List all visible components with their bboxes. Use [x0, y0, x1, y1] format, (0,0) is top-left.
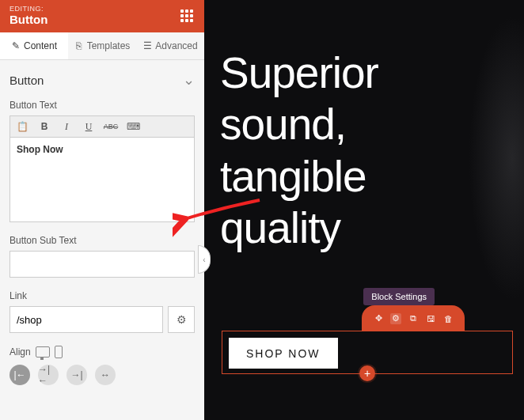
- link-label: Link: [9, 290, 195, 301]
- settings-tabs: ✎ Content ⎘ Templates ☰ Advanced: [0, 32, 204, 60]
- hero-line-4: quality: [220, 202, 378, 254]
- save-template-icon[interactable]: 🖫: [425, 313, 436, 324]
- link-input[interactable]: [9, 306, 163, 333]
- tab-advanced[interactable]: ☰ Advanced: [136, 32, 204, 59]
- paste-icon[interactable]: 📋: [15, 119, 29, 134]
- keyboard-icon[interactable]: ⌨: [126, 119, 140, 134]
- sliders-icon: ☰: [142, 41, 152, 51]
- move-icon[interactable]: ✥: [373, 313, 384, 324]
- duplicate-icon[interactable]: ⧉: [408, 313, 419, 324]
- tab-content[interactable]: ✎ Content: [0, 32, 68, 59]
- align-left-button[interactable]: |←: [9, 365, 30, 385]
- product-image: [469, 16, 524, 301]
- link-settings-button[interactable]: ⚙: [168, 306, 195, 333]
- button-text-input[interactable]: Shop Now: [9, 137, 195, 222]
- button-subtext-input[interactable]: [9, 251, 195, 278]
- richtext-toolbar: 📋 B I U ABC ⌨: [9, 115, 195, 137]
- section-button[interactable]: Button ⌄: [9, 71, 195, 89]
- align-label: Align: [9, 346, 31, 358]
- tab-templates-label: Templates: [87, 40, 131, 51]
- tab-content-label: Content: [24, 40, 57, 51]
- settings-panel: Button ⌄ Button Text 📋 B I U ABC ⌨ Shop …: [0, 60, 204, 420]
- template-icon: ⎘: [74, 41, 84, 51]
- gear-icon: ⚙: [177, 313, 187, 326]
- align-right-button[interactable]: →|: [66, 365, 87, 385]
- section-title: Button: [9, 74, 44, 87]
- selected-block-outline[interactable]: Block Settings ✥ ⚙ ⧉ 🖫 🗑 SHOP NOW +: [222, 331, 513, 374]
- chevron-down-icon: ⌄: [183, 71, 195, 89]
- field-align: Align |← →|← →| ↔: [9, 346, 195, 385]
- apps-grid-icon[interactable]: [179, 8, 195, 24]
- hero-line-3: tangible: [220, 151, 378, 202]
- tab-advanced-label: Advanced: [155, 40, 197, 51]
- mobile-icon[interactable]: [55, 346, 63, 358]
- delete-icon[interactable]: 🗑: [442, 313, 454, 324]
- hero-line-2: sound,: [220, 99, 378, 150]
- editor-sidebar: EDITING: Button ✎ Content ⎘ Templates ☰ …: [0, 0, 204, 420]
- desktop-icon[interactable]: [36, 346, 50, 358]
- pencil-icon: ✎: [11, 41, 21, 51]
- add-block-button[interactable]: +: [359, 365, 375, 381]
- field-link: Link ⚙: [9, 290, 195, 333]
- field-button-sub-text: Button Sub Text: [9, 235, 195, 278]
- canvas-preview[interactable]: Superior sound, tangible quality Block S…: [204, 0, 524, 420]
- align-justify-button[interactable]: ↔: [95, 365, 116, 385]
- button-subtext-label: Button Sub Text: [9, 235, 195, 246]
- hero-heading[interactable]: Superior sound, tangible quality: [220, 47, 378, 255]
- tab-templates[interactable]: ⎘ Templates: [68, 32, 136, 59]
- block-settings-tooltip: Block Settings: [363, 288, 435, 305]
- block-toolbar: ✥ ⚙ ⧉ 🖫 🗑: [362, 305, 465, 331]
- element-name: Button: [9, 13, 47, 26]
- shop-now-button[interactable]: SHOP NOW: [229, 338, 338, 369]
- editing-label: EDITING:: [9, 5, 47, 13]
- underline-button[interactable]: U: [82, 119, 96, 134]
- strikethrough-button[interactable]: ABC: [104, 119, 118, 134]
- bold-button[interactable]: B: [37, 119, 51, 134]
- align-center-button[interactable]: →|←: [38, 365, 59, 385]
- sidebar-header: EDITING: Button: [0, 0, 204, 32]
- block-settings-icon[interactable]: ⚙: [390, 313, 401, 324]
- italic-button[interactable]: I: [59, 119, 74, 134]
- button-text-label: Button Text: [9, 100, 195, 111]
- field-button-text: Button Text 📋 B I U ABC ⌨ Shop Now: [9, 100, 195, 222]
- hero-line-1: Superior: [220, 47, 378, 99]
